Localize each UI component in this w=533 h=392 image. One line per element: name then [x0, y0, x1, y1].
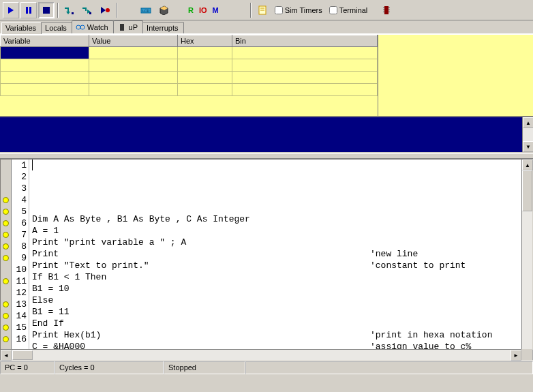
variables-table[interactable]: Variable Value Hex Bin — [0, 35, 378, 116]
scroll-track[interactable] — [523, 128, 533, 141]
breakpoint-marker[interactable] — [1, 252, 11, 264]
col-variable[interactable]: Variable — [1, 35, 89, 47]
table-cell[interactable] — [178, 72, 232, 84]
run-to-button[interactable] — [97, 2, 113, 18]
table-cell[interactable] — [1, 59, 89, 72]
breakpoint-marker[interactable] — [1, 299, 11, 310]
breakpoint-marker[interactable] — [1, 206, 11, 217]
scroll-thumb[interactable] — [12, 350, 33, 360]
code-line[interactable]: Print "Text to print."'constant to print — [29, 260, 521, 271]
table-row[interactable] — [1, 84, 378, 96]
breakpoint-marker[interactable] — [1, 241, 11, 252]
code-line[interactable] — [29, 202, 521, 213]
scroll-up-button[interactable]: ▲ — [522, 160, 533, 170]
table-row[interactable] — [1, 72, 378, 84]
code-hscrollbar[interactable]: ◄ ► — [1, 349, 521, 360]
tab-variables[interactable]: Variables — [1, 22, 42, 34]
sim-timers-label: Sim Timers — [285, 6, 322, 14]
code-line[interactable]: End If — [29, 318, 521, 329]
breakpoint-marker[interactable] — [1, 333, 11, 345]
table-cell[interactable] — [89, 72, 178, 84]
col-hex[interactable]: Hex — [178, 35, 232, 47]
code-line[interactable]: Print "print variable a " ; A — [29, 237, 521, 248]
table-cell[interactable] — [1, 84, 89, 96]
breakpoint-marker[interactable] — [1, 171, 11, 183]
pause-button[interactable] — [20, 2, 37, 18]
breakpoint-marker[interactable] — [1, 310, 11, 322]
breakpoint-marker[interactable] — [1, 264, 11, 275]
table-cell[interactable] — [1, 47, 89, 59]
step-over-button[interactable] — [79, 2, 95, 18]
notes-button[interactable] — [254, 2, 271, 18]
tab-locals[interactable]: Locals — [41, 22, 72, 33]
code-line[interactable]: Else — [29, 295, 521, 306]
table-cell[interactable] — [178, 84, 232, 96]
code-line[interactable] — [29, 190, 521, 202]
table-cell[interactable] — [89, 59, 178, 72]
terminal-checkbox[interactable]: Terminal — [329, 6, 368, 14]
breakpoint-marker[interactable] — [1, 229, 11, 241]
code-line[interactable]: A = 1 — [29, 225, 521, 237]
table-cell[interactable] — [1, 72, 89, 84]
breakpoint-marker[interactable] — [1, 160, 11, 171]
code-text[interactable]: Dim A As Byte , B1 As Byte , C As Intege… — [29, 160, 521, 360]
scroll-thumb[interactable] — [522, 170, 532, 211]
table-cell[interactable] — [232, 59, 378, 72]
sim-timers-input[interactable] — [275, 6, 283, 14]
table-cell[interactable] — [178, 59, 232, 72]
table-cell[interactable] — [89, 47, 178, 59]
chip-button[interactable] — [378, 2, 395, 18]
tab-interrupts[interactable]: Interrupts — [142, 22, 183, 33]
table-cell[interactable] — [89, 84, 178, 96]
col-bin[interactable]: Bin — [232, 35, 378, 47]
line-number: 8 — [12, 241, 27, 252]
svg-rect-5 — [67, 7, 69, 12]
breakpoint-gutter[interactable] — [1, 160, 12, 360]
code-line[interactable]: If B1 < 1 Then — [29, 271, 521, 283]
code-line[interactable]: Dim A As Byte , B1 As Byte , C As Intege… — [29, 213, 521, 225]
vscrollbar[interactable]: ▲ ▼ — [522, 117, 533, 152]
breakpoint-marker[interactable] — [1, 275, 11, 287]
code-line[interactable]: B1 = 10 — [29, 283, 521, 295]
code-content: Dim A As Byte , B1 As Byte , C As Intege… — [29, 213, 370, 225]
svg-point-29 — [80, 25, 85, 29]
code-content: End If — [29, 318, 370, 329]
breakpoint-marker[interactable] — [1, 287, 11, 299]
table-row[interactable] — [1, 47, 378, 59]
breakpoint-marker[interactable] — [1, 183, 11, 194]
breakpoint-marker[interactable] — [1, 217, 11, 229]
run-button[interactable] — [3, 2, 19, 18]
breakpoint-marker[interactable] — [1, 194, 11, 206]
splitter[interactable] — [0, 153, 533, 159]
memory-button[interactable] — [155, 2, 172, 18]
terminal-input[interactable] — [329, 6, 337, 14]
breakpoint-marker[interactable] — [1, 322, 11, 333]
step-into-button[interactable] — [61, 2, 78, 18]
code-vscrollbar[interactable]: ▲ ▼ — [521, 160, 532, 360]
scroll-track[interactable] — [12, 350, 511, 360]
table-row[interactable] — [1, 59, 378, 72]
table-cell[interactable] — [232, 47, 378, 59]
code-line[interactable]: B1 = 11 — [29, 306, 521, 318]
scroll-track[interactable] — [522, 170, 532, 349]
scroll-down-button[interactable]: ▼ — [523, 141, 533, 152]
sim-timers-checkbox[interactable]: Sim Timers — [275, 6, 322, 14]
stop-button[interactable] — [38, 2, 55, 18]
line-number: 4 — [12, 194, 27, 206]
table-cell[interactable] — [178, 47, 232, 59]
table-cell[interactable] — [232, 72, 378, 84]
col-value[interactable]: Value — [89, 35, 178, 47]
panel-tabs: Variables Locals Watch uP Interrupts — [0, 20, 533, 34]
code-editor[interactable]: 12345678910111213141516 Dim A As Byte , … — [0, 159, 533, 361]
status-bar: PC = 0 Cycles = 0 Stopped — [0, 361, 533, 374]
tab-watch[interactable]: Watch — [72, 20, 114, 33]
scroll-right-button[interactable]: ► — [511, 350, 521, 361]
lcd-button[interactable]: LCD — [138, 2, 154, 18]
scroll-up-button[interactable]: ▲ — [523, 117, 533, 128]
table-cell[interactable] — [232, 84, 378, 96]
scroll-left-button[interactable]: ◄ — [1, 350, 12, 361]
code-line[interactable]: Print'new line — [29, 248, 521, 260]
code-line[interactable]: Print Hex(b1)'print in hexa notation — [29, 329, 521, 341]
code-content: Print "print variable a " ; A — [29, 237, 370, 248]
tab-up[interactable]: uP — [113, 20, 143, 33]
